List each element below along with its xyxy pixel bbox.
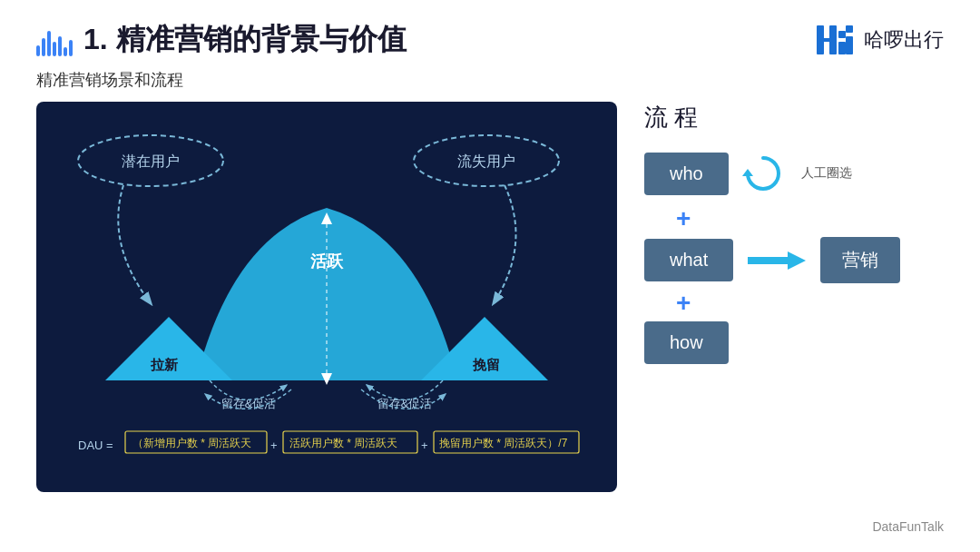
flow-section: who 人工圈选 + what (644, 148, 944, 364)
page-title: 1. 精准营销的背景与价值 (83, 20, 407, 60)
who-box: who (644, 153, 729, 195)
svg-text:挽留: 挽留 (472, 357, 500, 372)
svg-text:（新增用户数 * 周活跃天: （新增用户数 * 周活跃天 (132, 437, 251, 449)
svg-text:+: + (421, 439, 428, 452)
flow-title: 流 程 (644, 102, 944, 133)
manual-label: 人工圈选 (801, 165, 852, 182)
logo-area: 哈啰出行 (813, 22, 944, 58)
content-area: 潜在用户 流失用户 活跃 拉新 挽留 留存&促活 (0, 102, 980, 536)
right-panel: 流 程 who 人工圈选 + what (635, 102, 953, 518)
diagram-svg: 潜在用户 流失用户 活跃 拉新 挽留 留存&促活 (51, 120, 603, 478)
brand-footer: DataFunTalk (872, 519, 944, 534)
page-header: 1. 精准营销的背景与价值 哈啰出行 (0, 0, 980, 69)
svg-rect-4 (838, 42, 846, 54)
what-row: what 营销 (644, 237, 900, 283)
title-area: 1. 精准营销的背景与价值 (36, 20, 407, 60)
svg-text:拉新: 拉新 (150, 357, 179, 372)
svg-text:流失用户: 流失用户 (457, 153, 515, 169)
svg-marker-29 (742, 169, 753, 176)
svg-text:+: + (270, 439, 278, 452)
svg-rect-2 (829, 25, 837, 54)
sound-icon (36, 24, 73, 56)
svg-text:活跃用户数 * 周活跃天: 活跃用户数 * 周活跃天 (289, 437, 397, 449)
svg-text:潜在用户: 潜在用户 (122, 153, 180, 169)
logo-text: 哈啰出行 (864, 26, 944, 54)
svg-rect-3 (838, 31, 846, 38)
svg-text:挽留用户数 * 周活跃天）/7: 挽留用户数 * 周活跃天）/7 (439, 437, 568, 449)
who-row: who 人工圈选 (644, 148, 852, 199)
plus-2: + (676, 289, 691, 318)
right-arrow-icon (748, 244, 806, 277)
how-row: how (644, 321, 729, 364)
svg-rect-5 (846, 25, 853, 33)
svg-marker-30 (748, 251, 806, 270)
circular-arrow-icon (738, 148, 789, 199)
plus-1: + (676, 204, 691, 233)
svg-rect-6 (846, 36, 853, 54)
svg-text:DAU =: DAU = (78, 439, 113, 452)
section-subtitle: 精准营销场景和流程 (0, 69, 980, 91)
diagram-container: 潜在用户 流失用户 活跃 拉新 挽留 留存&促活 (36, 102, 617, 492)
what-box: what (644, 239, 733, 281)
marketing-box: 营销 (820, 237, 900, 283)
how-box: how (644, 321, 729, 364)
company-logo-icon (813, 22, 857, 58)
